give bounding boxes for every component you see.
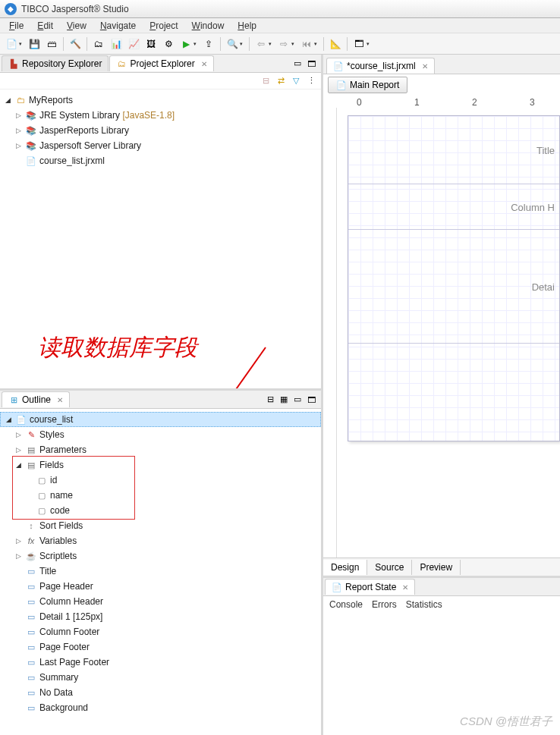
tab-report-state[interactable]: 📄 Report State ✕ [325,579,415,595]
expand-icon[interactable]: ▷ [14,127,23,134]
expand-icon[interactable]: ▷ [14,552,23,560]
expand-icon[interactable]: ▷ [14,446,23,454]
save-all-button[interactable]: 🗃 [43,36,60,52]
expand-icon[interactable]: ▷ [14,112,23,119]
search-button[interactable]: 🔍 [224,36,241,52]
tab-preview[interactable]: Preview [412,560,461,575]
tree-item[interactable]: ▷ 📚 JRE System Library [JavaSE-1.8] [0,108,321,123]
publish-button[interactable]: ⇪ [200,36,217,52]
menu-project[interactable]: Project [143,19,184,33]
tree-label: id [50,475,57,485]
menu-help[interactable]: Help [231,19,263,33]
outline-section[interactable]: ▭Page Footer [0,639,321,655]
outline-sortfields[interactable]: ↕ Sort Fields [0,518,321,533]
home-button[interactable]: ⏮ [298,36,315,52]
outline-section[interactable]: ▭Last Page Footer [0,655,321,670]
close-icon[interactable]: ✕ [57,396,63,404]
dropdown-icon[interactable]: ▾ [314,41,320,47]
run-button[interactable]: ▶ [178,36,194,52]
menu-edit[interactable]: Edit [31,19,59,33]
filter-icon[interactable]: ▽ [291,76,301,86]
minimize-icon[interactable]: ▭ [292,394,303,405]
back-button[interactable]: ⇦ [253,36,269,52]
save-button[interactable]: 💾 [26,36,42,52]
outline-tree[interactable]: ◢ 📄 course_list ▷ ✎ Styles ▷ ▤ Parameter… [0,409,321,721]
close-icon[interactable]: ✕ [402,583,408,592]
menu-view[interactable]: View [61,19,93,33]
outline-parameters[interactable]: ▷ ▤ Parameters [0,442,321,457]
design-canvas[interactable]: Title Column H Detai [323,108,560,558]
tree-item[interactable]: ▷ 📚 Jaspersoft Server Library [0,138,321,153]
dropdown-icon[interactable]: ▾ [291,41,297,47]
menu-window[interactable]: Window [186,19,231,33]
tree-item[interactable]: ▷ 📚 JasperReports Library [0,123,321,138]
dropdown-icon[interactable]: ▾ [193,41,200,47]
maximize-icon[interactable]: 🗖 [306,394,316,405]
menu-file[interactable]: File [3,19,30,33]
project-icon: 🗀 [14,95,27,105]
expand-icon[interactable]: ◢ [3,96,12,104]
outline-section[interactable]: ▭Title [0,564,321,579]
tab-source[interactable]: Source [367,560,412,575]
expand-icon[interactable]: ▷ [14,431,23,438]
report-button[interactable]: 📊 [108,36,124,52]
dropdown-icon[interactable]: ▾ [240,41,246,47]
subtab-errors[interactable]: Errors [372,599,397,610]
expand-icon[interactable]: ▷ [14,142,23,149]
new-button[interactable]: 📄 [3,36,20,52]
open-perspective-button[interactable]: 🗔 [351,36,367,52]
outline-field-item[interactable]: ▢ id [0,473,321,488]
close-icon[interactable]: ✕ [422,62,428,71]
outline-field-item[interactable]: ▢ name [0,488,321,503]
view-menu-icon[interactable]: ⋮ [306,76,316,86]
minimize-icon[interactable]: ▭ [292,58,303,69]
tree-root[interactable]: ◢ 🗀 MyReports [0,93,321,108]
menu-navigate[interactable]: Navigate [94,19,142,33]
dropdown-icon[interactable]: ▾ [19,41,25,47]
compile-button[interactable]: ⚙ [160,36,177,52]
outline-section[interactable]: ▭Column Footer [0,624,321,639]
tree-label: Last Page Footer [39,657,109,667]
editor-tab[interactable]: 📄 *course_list.jrxml ✕ [326,58,435,74]
subtab-console[interactable]: Console [329,599,363,610]
thumbnail-mode-icon[interactable]: ▦ [278,394,289,405]
project-tree[interactable]: ◢ 🗀 MyReports ▷ 📚 JRE System Library [Ja… [0,90,321,388]
outline-section[interactable]: ▭Page Header [0,579,321,594]
dropdown-icon[interactable]: ▾ [367,41,373,47]
chart-button[interactable]: 📈 [125,36,142,52]
outline-section[interactable]: ▭Summary [0,670,321,685]
outline-styles[interactable]: ▷ ✎ Styles [0,427,321,442]
build-button[interactable]: 🔨 [67,36,83,52]
data-adapter-button[interactable]: 🗂 [90,36,107,52]
outline-variables[interactable]: ▷ fx Variables [0,533,321,548]
image-button[interactable]: 🖼 [143,36,159,52]
forward-button[interactable]: ⇨ [275,36,292,52]
outline-root[interactable]: ◢ 📄 course_list [0,412,321,427]
close-icon[interactable]: ✕ [201,60,207,68]
outline-fields[interactable]: ◢ ▤ Fields [0,457,321,473]
outline-section[interactable]: ▭Detail 1 [125px] [0,609,321,624]
outline-section[interactable]: ▭Column Header [0,594,321,609]
report-page[interactable]: Title Column H Detai [348,115,560,441]
tab-design[interactable]: Design [323,560,367,575]
tab-repository-explorer[interactable]: ▙ Repository Explorer [2,55,109,71]
main-report-tab[interactable]: 📄 Main Report [328,77,407,93]
outline-section[interactable]: ▭No Data [0,685,321,700]
maximize-icon[interactable]: 🗖 [306,58,316,69]
subtab-statistics[interactable]: Statistics [406,599,442,610]
tab-outline[interactable]: ⊞ Outline ✕ [2,391,70,407]
tab-project-explorer[interactable]: 🗂 Project Explorer ✕ [109,55,213,71]
tab-label: Project Explorer [130,58,194,69]
expand-icon[interactable]: ◢ [14,461,23,469]
outline-field-item[interactable]: ▢ code [0,503,321,518]
expand-icon[interactable]: ◢ [4,416,13,423]
tree-item-file[interactable]: 📄 course_list.jrxml [0,153,321,168]
collapse-all-icon[interactable]: ⊟ [260,76,271,86]
perspective-button[interactable]: 📐 [327,36,344,52]
outline-section[interactable]: ▭Background [0,700,321,715]
dropdown-icon[interactable]: ▾ [269,41,275,47]
expand-icon[interactable]: ▷ [14,537,23,545]
tree-mode-icon[interactable]: ⊟ [265,394,275,405]
link-editor-icon[interactable]: ⇄ [275,76,286,86]
outline-scriptlets[interactable]: ▷ ☕ Scriptlets [0,548,321,564]
